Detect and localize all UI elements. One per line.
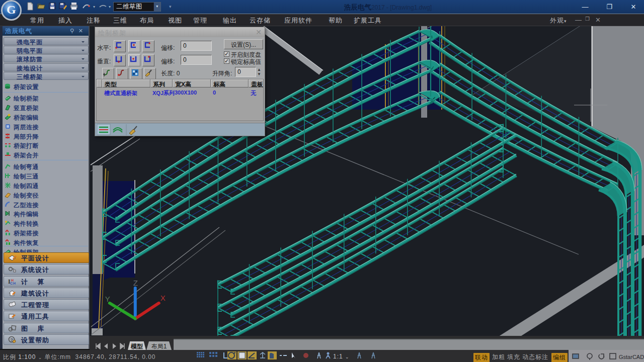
svg-text:X: X bbox=[160, 294, 166, 302]
svg-text:Z: Z bbox=[133, 279, 138, 287]
svg-text:GstarCAD: GstarCAD bbox=[619, 354, 644, 360]
svg-text:Y: Y bbox=[105, 295, 110, 303]
svg-text:CH: CH bbox=[10, 282, 16, 285]
